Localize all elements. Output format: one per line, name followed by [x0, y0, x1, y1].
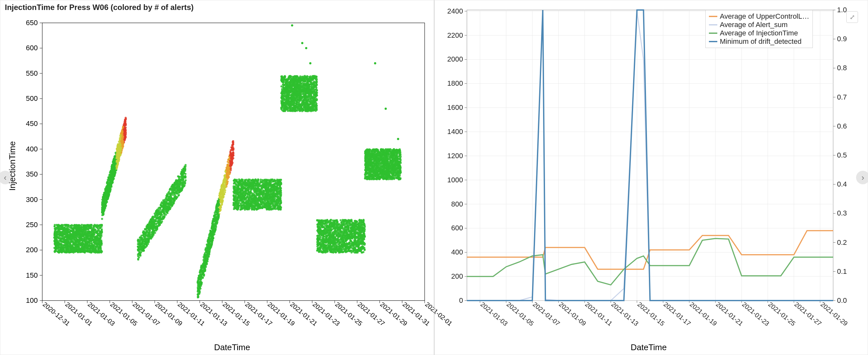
svg-point-3162: [162, 207, 164, 209]
svg-point-2319: [110, 175, 112, 177]
svg-point-1360: [85, 225, 87, 227]
svg-point-2355: [110, 171, 111, 173]
svg-point-6945: [285, 108, 287, 110]
svg-point-9759: [368, 170, 370, 172]
svg-point-9640: [397, 152, 399, 154]
svg-point-8357: [329, 242, 331, 244]
svg-point-6718: [280, 92, 282, 94]
left-scatter-plot[interactable]: 1001502002503003504004505005506006502020…: [0, 0, 434, 355]
svg-text:2021-01-29: 2021-01-29: [819, 300, 849, 327]
svg-point-1322: [54, 250, 56, 252]
svg-point-8242: [322, 252, 324, 253]
svg-point-8163: [360, 246, 362, 248]
svg-text:2021-01-05: 2021-01-05: [505, 300, 535, 327]
svg-point-8280: [319, 248, 321, 250]
svg-point-1448: [94, 245, 95, 247]
svg-point-9730: [376, 159, 378, 161]
svg-point-5450: [240, 181, 242, 183]
svg-point-4120: [209, 248, 210, 250]
svg-point-2347: [113, 167, 115, 169]
svg-point-8241: [348, 243, 350, 245]
svg-text:600: 600: [26, 44, 38, 52]
svg-point-3085: [142, 232, 144, 234]
svg-point-4092: [202, 264, 203, 267]
svg-point-2356: [108, 178, 110, 180]
svg-text:200: 200: [451, 272, 463, 280]
svg-point-2258: [125, 126, 126, 128]
svg-point-5442: [253, 202, 255, 204]
svg-point-9593: [389, 161, 391, 163]
svg-point-1436: [87, 251, 88, 253]
svg-point-5505: [266, 185, 268, 187]
svg-point-2349: [125, 120, 126, 122]
svg-point-9614: [397, 173, 399, 175]
svg-point-4122: [222, 200, 224, 202]
svg-point-1459: [100, 237, 102, 239]
svg-point-9676: [399, 158, 401, 160]
svg-point-5345: [246, 196, 248, 198]
svg-point-8061: [346, 223, 348, 225]
svg-point-1457: [55, 237, 57, 238]
svg-point-5550: [247, 189, 249, 191]
svg-text:2200: 2200: [447, 31, 463, 39]
svg-point-1140: [83, 244, 85, 246]
svg-point-4126: [218, 194, 220, 197]
svg-point-4124: [219, 201, 221, 203]
svg-point-9686: [391, 164, 393, 166]
svg-point-6900: [294, 78, 296, 80]
svg-point-6946: [291, 102, 293, 104]
svg-point-6913: [294, 87, 297, 90]
svg-point-2336: [112, 175, 114, 177]
svg-point-5475: [263, 196, 265, 198]
svg-point-9733: [380, 153, 382, 155]
svg-point-5439: [259, 195, 261, 197]
svg-point-6848: [294, 98, 296, 100]
svg-point-3214: [179, 189, 181, 191]
svg-point-6447: [280, 107, 282, 109]
svg-text:0.2: 0.2: [837, 238, 847, 246]
svg-point-4128: [230, 146, 232, 148]
svg-point-1397: [62, 247, 64, 249]
svg-point-1392: [69, 238, 71, 239]
svg-point-8296: [329, 229, 331, 231]
svg-point-8337: [341, 250, 343, 252]
svg-point-9704: [399, 166, 401, 168]
svg-point-9501: [395, 149, 397, 151]
svg-point-8343: [333, 238, 335, 240]
svg-point-6802: [283, 84, 285, 86]
svg-point-9707: [377, 156, 379, 158]
svg-point-4136: [230, 168, 232, 170]
svg-point-9285: [399, 172, 401, 174]
svg-point-1456: [66, 228, 68, 230]
svg-point-4086: [197, 282, 199, 284]
right-line-plot[interactable]: 0200400600800100012001400160018002000220…: [435, 0, 868, 355]
svg-point-4081: [216, 222, 217, 223]
svg-point-1453: [75, 229, 78, 231]
svg-point-8352: [356, 228, 358, 230]
svg-point-1302: [76, 247, 78, 249]
svg-point-1383: [72, 241, 74, 243]
svg-point-8346: [322, 235, 324, 237]
svg-point-9702: [367, 159, 369, 161]
svg-point-8286: [328, 221, 330, 223]
svg-point-6961: [309, 62, 311, 64]
svg-point-5506: [280, 193, 282, 196]
svg-point-3697: [227, 161, 229, 163]
svg-point-8013: [359, 219, 361, 221]
svg-point-9735: [373, 158, 375, 160]
svg-point-2314: [118, 146, 120, 148]
svg-point-4069: [197, 277, 199, 279]
svg-point-9754: [384, 156, 386, 158]
svg-point-8127: [354, 229, 356, 231]
svg-point-3203: [159, 218, 161, 220]
svg-point-2100: [119, 137, 121, 139]
svg-point-2338: [102, 211, 104, 213]
svg-point-1373: [95, 236, 97, 238]
svg-point-9537: [366, 172, 368, 174]
svg-point-1445: [64, 236, 66, 238]
svg-point-1438: [60, 247, 62, 249]
svg-point-5548: [268, 198, 270, 200]
svg-point-1359: [79, 238, 80, 239]
svg-point-6781: [286, 83, 288, 85]
svg-point-5353: [251, 199, 253, 201]
